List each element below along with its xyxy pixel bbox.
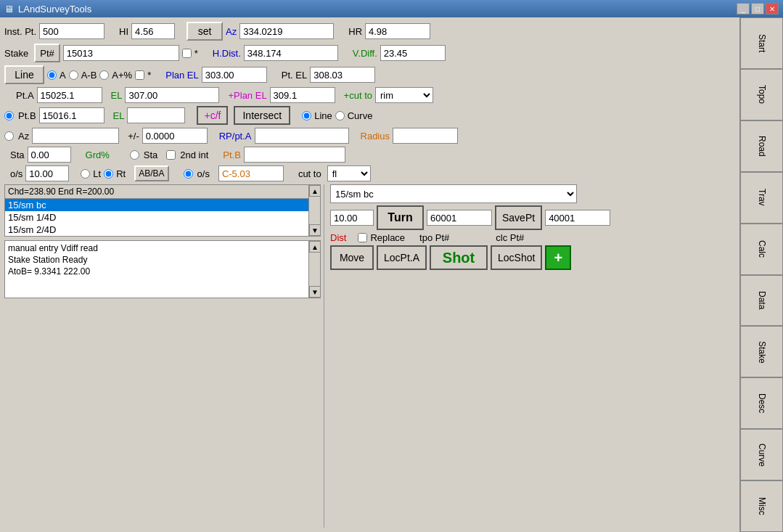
ptb-input[interactable]: 15016.1 (39, 107, 104, 123)
sidebar-topo[interactable]: Topo (740, 69, 783, 120)
replace-checkbox[interactable] (358, 233, 367, 242)
sidebar-road[interactable]: Road (740, 120, 783, 172)
radio-lt[interactable] (81, 169, 90, 179)
grd-label: Grd% (86, 150, 110, 160)
radio-apct[interactable] (99, 70, 109, 80)
save-pt-input[interactable]: 40001 (545, 210, 610, 226)
close-button[interactable]: ✕ (766, 3, 779, 15)
hr-input[interactable]: 4.98 (365, 23, 430, 39)
savept-button[interactable]: SavePt (495, 205, 542, 230)
pta-input[interactable]: 15025.1 (37, 87, 102, 103)
hdist-input[interactable]: 348.174 (244, 45, 338, 61)
sidebar-curve-label: Curve (757, 443, 767, 467)
window-controls: _ □ ✕ (737, 3, 779, 15)
log-scroll-down[interactable]: ▼ (309, 286, 321, 298)
vdiff-input[interactable]: 23.45 (380, 45, 446, 61)
radio-rt[interactable] (104, 169, 113, 179)
sidebar-stake[interactable]: Stake (740, 326, 783, 377)
inst-pt-input[interactable]: 500 (39, 23, 104, 39)
window-title: LAndSurveyTools (18, 4, 91, 15)
stake-input[interactable]: 15013 (63, 45, 179, 61)
abba-button[interactable]: AB/BA (134, 165, 168, 181)
maximize-button[interactable]: □ (751, 3, 764, 15)
radio-ptb[interactable] (4, 111, 14, 120)
list-scroll-up[interactable]: ▲ (309, 185, 321, 197)
list-item-0[interactable]: 15/sm bc (5, 199, 308, 211)
cf-button[interactable]: +c/f (197, 106, 228, 125)
plus-plan-el-input[interactable]: 309.1 (270, 87, 335, 103)
stake-checkbox[interactable] (182, 49, 192, 58)
rp-pta-label: RP/pt.A (219, 131, 252, 142)
intersect-button[interactable]: Intersect (234, 106, 290, 125)
radio-line[interactable] (302, 111, 311, 120)
radio-curve[interactable] (335, 111, 345, 120)
turn-pt-input[interactable]: 60001 (427, 210, 492, 226)
second-int-checkbox[interactable] (166, 150, 176, 160)
sidebar-data[interactable]: Data (740, 275, 783, 327)
sidebar-desc[interactable]: Desc (740, 377, 783, 429)
minimize-button[interactable]: _ (737, 3, 750, 15)
el-input2[interactable] (127, 107, 185, 123)
clc-pt-label: clc Pt# (496, 232, 524, 243)
sidebar-calc[interactable]: Calc (740, 224, 783, 275)
dist-input[interactable]: 10.00 (330, 210, 374, 226)
turn-button[interactable]: Turn (377, 205, 424, 230)
line-button[interactable]: Line (4, 65, 44, 84)
cut-to-dropdown[interactable]: rim fl inv (375, 87, 433, 103)
hi-input[interactable]: 4.56 (131, 23, 175, 39)
radio-a[interactable] (47, 70, 57, 80)
sta-input[interactable]: 0.00 (28, 147, 71, 163)
log-scroll-up[interactable]: ▲ (309, 241, 321, 253)
ptn-button[interactable]: Pt# (34, 44, 60, 62)
list-item-1[interactable]: 15/sm 1/4D (5, 211, 308, 224)
plus-cut-to-label: +cut to (344, 90, 372, 101)
shot-button[interactable]: Shot (430, 245, 488, 270)
az-input[interactable]: 334.0219 (239, 23, 334, 39)
plan-el-input[interactable]: 303.00 (202, 67, 267, 83)
sidebar-curve[interactable]: Curve (740, 429, 783, 480)
plus-button[interactable]: + (545, 245, 571, 270)
sidebar-misc[interactable]: Misc (740, 480, 783, 532)
radius-input[interactable] (393, 128, 458, 144)
row-dropdown: 15/sm bc 15/sm 1/4D 15/sm 2/4D (330, 184, 735, 203)
app-icon: 🖥 (4, 4, 14, 15)
main-dropdown[interactable]: 15/sm bc 15/sm 1/4D 15/sm 2/4D (330, 184, 577, 203)
set-button[interactable]: set (186, 22, 223, 41)
inst-pt-label: Inst. Pt. (4, 26, 36, 37)
radio-sta2[interactable] (130, 150, 139, 160)
rp-pta-input[interactable] (255, 128, 349, 144)
hdist-label: H.Dist. (213, 48, 241, 59)
az-pm-input[interactable]: 0.0000 (142, 128, 208, 144)
ptb2-input[interactable] (244, 147, 345, 163)
ptb-label: Pt.B (18, 110, 36, 121)
move-button[interactable]: Move (330, 245, 374, 270)
line-checkbox[interactable] (135, 70, 144, 80)
radio-az[interactable] (4, 131, 14, 141)
sidebar-start[interactable]: Start (740, 17, 783, 69)
radius-label: Radius (361, 131, 390, 142)
lt-label: Lt (93, 168, 101, 179)
sidebar-trav[interactable]: Trav (740, 172, 783, 224)
line-radio-label: Line (314, 110, 332, 121)
c503-input[interactable]: C-5.03 (218, 165, 284, 181)
row-az: Az +/- 0.0000 RP/pt.A Radius (4, 128, 735, 144)
rt-label: Rt (116, 168, 126, 179)
cut-to2-dropdown[interactable]: fl rim inv (327, 165, 371, 181)
locpta-button[interactable]: LocPt.A (377, 245, 427, 270)
os-input[interactable]: 10.00 (25, 165, 69, 181)
az-input2[interactable] (32, 128, 119, 144)
plus-minus-label: +/- (128, 131, 139, 142)
list-scroll-down[interactable]: ▼ (309, 224, 321, 236)
sta2-label: Sta (144, 150, 158, 160)
vdiff-label: V.Diff. (353, 48, 377, 59)
locshot-button[interactable]: LocShot (491, 245, 542, 270)
el-input[interactable]: 307.00 (125, 87, 219, 103)
list-item-2[interactable]: 15/sm 2/4D (5, 224, 308, 236)
stake-label: Stake (4, 48, 28, 59)
radio-os2[interactable] (184, 169, 193, 179)
row-os: o/s 10.00 Lt Rt AB/BA o/s C-5.03 cut to … (4, 165, 735, 181)
radio-ab[interactable] (69, 70, 78, 80)
radio-ab-label: A-B (81, 70, 97, 81)
pta-label: Pt.A (16, 90, 34, 101)
pt-el-input[interactable]: 308.03 (310, 67, 375, 83)
